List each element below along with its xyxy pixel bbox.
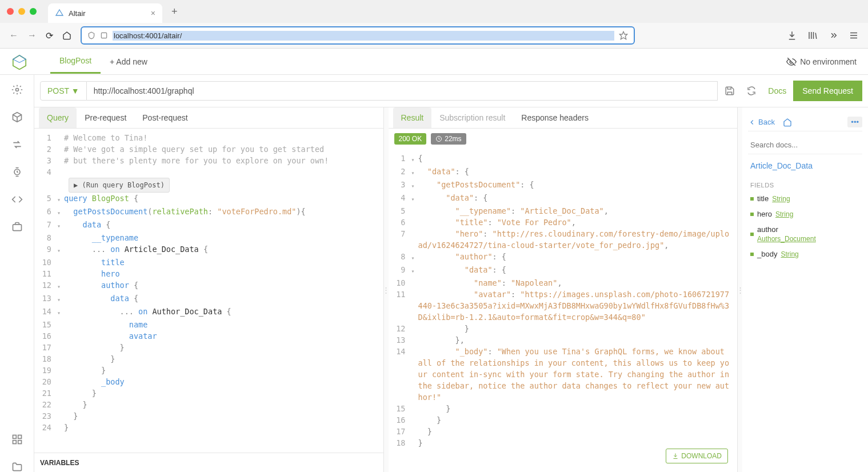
endpoint-input[interactable] [87, 81, 718, 101]
address-bar[interactable]: localhost:4001/altair/ [81, 26, 635, 45]
docs-toggle[interactable]: Docs [768, 86, 786, 95]
downloads-icon[interactable] [787, 30, 797, 41]
url-text: localhost:4001/altair/ [113, 31, 614, 41]
briefcase-icon[interactable] [11, 221, 23, 233]
panel-resize-handle-2[interactable]: ⋮ [738, 107, 742, 472]
result-panel: Result Subscription result Response head… [389, 107, 738, 472]
send-request-button[interactable]: Send Request [793, 81, 862, 101]
result-viewer[interactable]: 1▾{ 2▾ "data": { 3▾ "getPostsDocument": … [389, 149, 738, 472]
docs-home-button[interactable] [783, 118, 792, 127]
svg-rect-1 [101, 33, 106, 38]
save-icon[interactable] [725, 86, 735, 96]
bookmark-star-icon[interactable] [619, 31, 628, 40]
run-query-button[interactable]: ▶ (Run query BlogPost) [69, 178, 170, 193]
svg-rect-9 [18, 435, 21, 439]
field-item[interactable]: titleString [748, 191, 862, 206]
time-badge: 22ms [431, 133, 466, 145]
method-select[interactable]: POST ▼ [40, 81, 87, 101]
hamburger-menu-icon[interactable] [849, 30, 859, 41]
sync-icon[interactable] [11, 139, 23, 150]
main-container: POST ▼ Docs Send Request Query Pre-reque… [0, 75, 868, 472]
folder-icon[interactable] [11, 461, 23, 472]
browser-chrome: Altair × + ← → ⟳ localhost:4001/altair/ [0, 0, 868, 49]
docs-more-button[interactable]: ••• [847, 117, 862, 127]
field-item[interactable]: _bodyString [748, 246, 862, 262]
query-tabs: Query Pre-request Post-request [34, 107, 383, 129]
code-line: # Welcome to Tina! [64, 132, 383, 143]
arrow-left-icon [748, 118, 756, 126]
app-tab-blogpost[interactable]: BlogPost [50, 49, 101, 74]
variables-section-header[interactable]: VARIABLES [34, 453, 383, 472]
home-icon [783, 118, 792, 127]
field-item[interactable]: authorAuthors_Document [748, 222, 862, 246]
eye-off-icon [786, 57, 797, 67]
tab-title: Altair [69, 9, 86, 18]
status-row: 200 OK 22ms [389, 129, 738, 149]
app-header: BlogPost + Add new No environment [0, 49, 868, 75]
code-line: # We've got a simple query set up for yo… [64, 143, 383, 155]
tab-subscription[interactable]: Subscription result [431, 107, 513, 128]
altair-favicon [55, 9, 64, 18]
query-editor[interactable]: 1# Welcome to Tina! 2# We've got a simpl… [34, 129, 383, 453]
reload-schema-icon[interactable] [746, 86, 757, 96]
docs-panel: Back ••• Article_Doc_Data FIELDS titleSt… [742, 107, 868, 472]
download-button[interactable]: DOWNLOAD [666, 449, 728, 463]
toolbar-right [787, 30, 859, 41]
docs-header: Back ••• [748, 113, 862, 131]
browser-toolbar: ← → ⟳ localhost:4001/altair/ [0, 23, 868, 48]
panels: Query Pre-request Post-request 1# Welcom… [34, 107, 868, 472]
info-icon [100, 31, 108, 39]
field-item[interactable]: heroString [748, 206, 862, 222]
watch-icon[interactable] [11, 166, 23, 178]
panel-resize-handle[interactable]: ⋮ [384, 107, 389, 472]
svg-marker-0 [56, 10, 63, 15]
window-controls [7, 8, 37, 15]
tab-post-request[interactable]: Post-request [134, 107, 195, 128]
maximize-window-button[interactable] [30, 8, 37, 15]
request-url-row: POST ▼ Docs Send Request [34, 75, 868, 107]
left-rail [0, 75, 34, 472]
tab-query[interactable]: Query [39, 107, 77, 128]
tab-pre-request[interactable]: Pre-request [77, 107, 134, 128]
download-icon [672, 453, 679, 459]
home-button[interactable] [62, 31, 71, 40]
code-icon[interactable] [11, 194, 23, 205]
result-tabs: Result Subscription result Response head… [389, 107, 738, 129]
clock-icon [435, 135, 442, 142]
grid-icon[interactable] [11, 434, 23, 445]
shield-icon [87, 31, 95, 39]
activity-icon[interactable] [11, 84, 23, 95]
svg-rect-10 [13, 441, 16, 444]
browser-tab[interactable]: Altair × [48, 3, 162, 23]
environment-label: No environment [800, 57, 857, 66]
code-line: # but there's plenty more for you to exp… [64, 155, 383, 166]
query-panel: Query Pre-request Post-request 1# Welcom… [34, 107, 384, 472]
docs-type-name[interactable]: Article_Doc_Data [748, 154, 862, 177]
status-badge: 200 OK [394, 133, 427, 145]
cube-icon[interactable] [11, 111, 23, 123]
overflow-icon[interactable] [828, 30, 838, 41]
tab-result[interactable]: Result [393, 107, 432, 128]
docs-search-input[interactable] [748, 136, 862, 154]
close-tab-icon[interactable]: × [151, 9, 155, 18]
minimize-window-button[interactable] [18, 8, 25, 15]
environment-selector[interactable]: No environment [786, 57, 857, 67]
forward-button[interactable]: → [27, 30, 37, 41]
svg-rect-7 [13, 225, 21, 231]
reload-button[interactable]: ⟳ [46, 30, 53, 41]
svg-rect-11 [18, 441, 21, 444]
back-button[interactable]: ← [9, 30, 18, 41]
add-tab-button[interactable]: + Add new [101, 50, 157, 73]
fields-label: FIELDS [748, 177, 862, 191]
altair-logo [11, 54, 27, 70]
svg-marker-4 [13, 55, 26, 62]
docs-back-button[interactable]: Back [748, 118, 775, 126]
close-window-button[interactable] [7, 8, 14, 15]
svg-point-5 [15, 89, 18, 91]
content-area: POST ▼ Docs Send Request Query Pre-reque… [34, 75, 868, 472]
library-icon[interactable] [807, 30, 818, 41]
svg-rect-8 [13, 435, 16, 439]
new-tab-button[interactable]: + [167, 3, 182, 20]
tab-response-headers[interactable]: Response headers [513, 107, 597, 128]
titlebar: Altair × + [0, 0, 868, 23]
